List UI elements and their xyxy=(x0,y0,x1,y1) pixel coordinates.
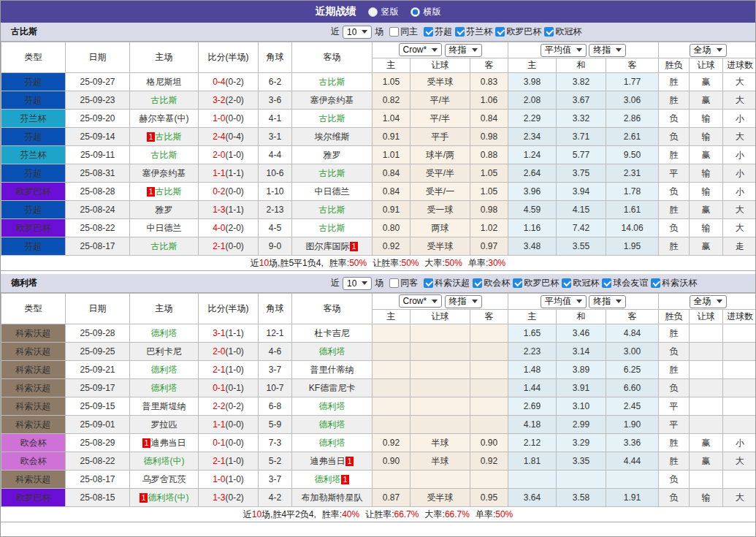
corners-cell: 7-3 xyxy=(259,434,292,452)
average-select[interactable]: 平均值 xyxy=(541,295,587,308)
league-type-badge: 芬超 xyxy=(1,201,66,219)
crow-away-odds: 0.98 xyxy=(470,128,508,146)
red-card-badge: 1 xyxy=(341,475,348,484)
league-filter-checkbox[interactable]: 芬兰杯 xyxy=(455,26,492,38)
fulltime-select[interactable]: 全场 xyxy=(690,295,727,308)
record-text: 胜4平2负4, xyxy=(272,509,316,519)
col-header-away: 客场 xyxy=(292,42,373,73)
checkbox-checked-icon[interactable] xyxy=(495,27,505,37)
result-goals: 大 xyxy=(723,219,756,237)
radio-checked-icon[interactable] xyxy=(411,7,420,17)
away-team-name: 古比斯 xyxy=(319,223,345,233)
layout-vertical-label: 竖版 xyxy=(381,6,399,18)
checkbox-checked-icon[interactable] xyxy=(424,278,433,288)
checkbox-checked-icon[interactable] xyxy=(513,278,522,288)
chevron-down-icon xyxy=(432,48,438,52)
checkbox-checked-icon[interactable] xyxy=(455,27,465,37)
fulltime-score: 1-3 xyxy=(213,492,225,503)
away-team-name: 德利塔 xyxy=(314,474,340,484)
same-venue-checkbox[interactable]: 同主 xyxy=(389,26,418,38)
bookmaker-select[interactable]: Crow* xyxy=(399,294,443,308)
checkbox-checked-icon[interactable] xyxy=(473,278,482,288)
fulltime-score: 2-2 xyxy=(213,401,225,411)
avg-away-odds: 4.44 xyxy=(606,452,659,471)
odds-stage-select[interactable]: 终指 xyxy=(589,44,626,57)
league-filter-checkbox[interactable]: 欧冠杯 xyxy=(544,26,581,38)
league-filter-checkbox[interactable]: 欧冠杯 xyxy=(562,277,599,289)
league-filter-checkbox[interactable]: 欧罗巴杯 xyxy=(513,277,559,289)
score-cell: 4-0(2-0) xyxy=(199,219,259,237)
match-date: 25-08-15 xyxy=(66,489,130,507)
topbar: 近期战绩 竖版 横版 xyxy=(1,1,755,23)
recent-count-select[interactable]: 10 xyxy=(343,26,372,39)
layout-horizontal-radio[interactable]: 横版 xyxy=(411,6,441,18)
league-type-badge: 科索沃超 xyxy=(1,416,66,434)
league-type-badge: 欧会杯 xyxy=(1,434,66,452)
checkbox-checked-icon[interactable] xyxy=(562,278,571,288)
result-handicap xyxy=(690,324,723,343)
layout-vertical-radio[interactable]: 竖版 xyxy=(368,6,399,18)
league-filter-checkbox[interactable]: 科索沃杯 xyxy=(651,277,697,289)
away-team-name: 古比斯 xyxy=(319,113,345,123)
crow-home-odds: 1.05 xyxy=(373,73,411,91)
avg-draw-odds xyxy=(557,471,606,489)
average-select[interactable]: 平均值 xyxy=(541,44,587,57)
checkbox-unchecked-icon[interactable] xyxy=(389,27,399,37)
table-row: 芬超 25-09-23 古比斯 3-2(2-0) 3-6 塞伊奈约基 0.82 … xyxy=(1,91,756,110)
fulltime-select[interactable]: 全场 xyxy=(690,44,727,57)
result-goals: 走 xyxy=(723,237,756,256)
league-type-badge: 科索沃超 xyxy=(1,343,66,361)
crow-away-odds: 0.88 xyxy=(470,146,508,164)
chevron-down-icon xyxy=(362,281,367,285)
recent-count-select[interactable]: 10 xyxy=(343,277,372,290)
match-date: 25-09-20 xyxy=(66,110,130,128)
subcol-handicap: 让球 xyxy=(411,310,470,324)
match-date: 25-08-28 xyxy=(66,183,130,201)
away-team-cell: 德利塔1 xyxy=(292,471,373,489)
checkbox-checked-icon[interactable] xyxy=(602,278,611,288)
odds-stage-select[interactable]: 终指 xyxy=(589,295,626,308)
league-filter-label: 欧罗巴杯 xyxy=(524,277,559,289)
bookmaker-header: Crow* 终指 xyxy=(373,42,508,58)
crow-home-odds: 0.91 xyxy=(373,128,411,146)
checkbox-checked-icon[interactable] xyxy=(424,27,433,37)
result-winlose: 胜 xyxy=(659,452,690,471)
result-handicap: 输 xyxy=(690,164,723,183)
odds-stage-select[interactable]: 终指 xyxy=(445,44,482,57)
away-team-name: 中日德兰 xyxy=(315,186,350,197)
team-section-bar: 德利塔 近 10 场 同客 科索沃超 欧会杯 欧罗巴杯 欧冠杯 球会友谊 科索沃… xyxy=(1,274,755,293)
league-filter-checkbox[interactable]: 科索沃超 xyxy=(424,277,470,289)
col-header-corner: 角球 xyxy=(259,42,292,73)
league-filter-checkbox[interactable]: 球会友谊 xyxy=(602,277,648,289)
team-name: 古比斯 xyxy=(11,26,37,38)
league-filter-checkbox[interactable]: 芬超 xyxy=(424,26,452,38)
bookmaker-header: Crow* 终指 xyxy=(373,294,508,310)
subcol-home: 主 xyxy=(373,310,411,324)
bookmaker-select[interactable]: Crow* xyxy=(399,43,443,56)
result-handicap: 输 xyxy=(690,489,723,507)
same-venue-checkbox[interactable]: 同客 xyxy=(389,277,418,289)
away-team-name: 德利塔 xyxy=(319,346,345,357)
checkbox-checked-icon[interactable] xyxy=(651,278,660,288)
avg-away-odds: 1.91 xyxy=(606,489,659,507)
crow-away-odds: 1.05 xyxy=(470,183,508,201)
home-team-cell: 普里斯堤纳 xyxy=(130,397,199,416)
home-team-cell: 古比斯 xyxy=(130,146,199,164)
checkbox-checked-icon[interactable] xyxy=(544,27,554,37)
away-team-cell: 埃尔维斯 xyxy=(292,128,373,146)
result-goals xyxy=(723,416,756,434)
halftime-score: (1-0) xyxy=(226,150,244,160)
radio-icon[interactable] xyxy=(368,7,378,17)
subcol-handicap: 让球 xyxy=(690,58,723,73)
checkbox-unchecked-icon[interactable] xyxy=(389,278,399,288)
away-team-cell: 古比斯 xyxy=(292,73,373,91)
subcol-result: 胜负 xyxy=(659,310,690,324)
chevron-down-icon xyxy=(472,300,478,303)
league-type-badge: 芬超 xyxy=(1,237,66,256)
away-team-name: 埃尔维斯 xyxy=(315,132,350,142)
league-filter-checkbox[interactable]: 欧罗巴杯 xyxy=(495,26,541,38)
col-header-home: 主场 xyxy=(130,294,199,324)
league-filter-checkbox[interactable]: 欧会杯 xyxy=(473,277,510,289)
result-handicap xyxy=(690,416,723,434)
odds-stage-select[interactable]: 终指 xyxy=(445,295,482,308)
